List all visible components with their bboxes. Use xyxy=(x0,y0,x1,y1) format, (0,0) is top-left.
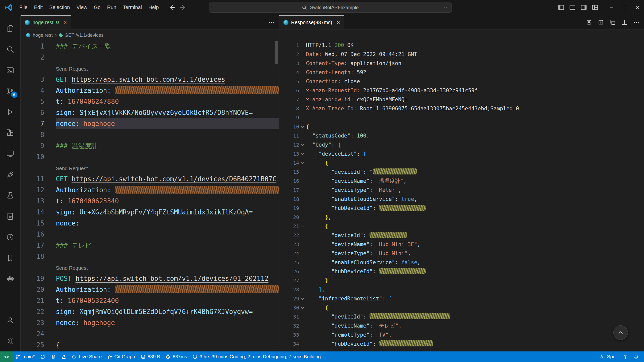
code-line[interactable]: 4Content-Length: 592 xyxy=(279,68,644,77)
code-line[interactable]: 21 { xyxy=(279,222,644,231)
forward-icon[interactable] xyxy=(179,4,186,11)
activity-search[interactable] xyxy=(0,39,21,60)
code-line[interactable]: 23nonce: hogehoge xyxy=(21,317,279,328)
code-line[interactable]: 27 } xyxy=(279,276,644,285)
code-line[interactable]: 22 "deviceId": xyxy=(279,231,644,240)
code-line[interactable]: 10{ xyxy=(279,122,644,131)
code-line[interactable]: 1HTTP/1.1 200 OK xyxy=(279,41,644,50)
code-line[interactable]: 24 xyxy=(21,328,279,339)
scroll-to-top-button[interactable] xyxy=(613,325,628,340)
activity-testing[interactable] xyxy=(0,185,21,206)
spell-checker-status[interactable]: Spell xyxy=(597,351,620,362)
code-line[interactable]: 13 "deviceList": [ xyxy=(279,149,644,158)
fold-chevron-icon[interactable] xyxy=(299,149,306,158)
fold-chevron-icon[interactable] xyxy=(299,294,306,303)
save-body-icon[interactable] xyxy=(598,19,604,25)
code-line[interactable]: 8 xyxy=(21,129,279,140)
code-line[interactable]: 31 "deviceId": xyxy=(279,312,644,321)
code-line[interactable]: 13t: 1670400623340 xyxy=(21,196,279,207)
code-line[interactable]: 1### デバイス一覧 xyxy=(21,41,279,52)
code-line[interactable]: 14sign: Uc+XGz4bSbMRvpFv/Y4qFZtSMUaim1dx… xyxy=(21,207,279,218)
code-line[interactable]: 26 "hubDeviceId": xyxy=(279,267,644,276)
activity-timeline[interactable] xyxy=(0,227,21,248)
menu-terminal[interactable]: Terminal xyxy=(119,5,145,10)
code-line[interactable]: 5t: 1670406247880 xyxy=(21,96,279,107)
activity-run-debug[interactable] xyxy=(0,102,21,122)
fold-chevron-icon[interactable] xyxy=(299,122,306,131)
code-line[interactable]: 22sign: XqmjRmVOiQdlDLm5EZdDLofqV76+rK4B… xyxy=(21,306,279,317)
code-line[interactable]: 33 "remoteType": "TV", xyxy=(279,330,644,339)
code-line[interactable]: 7x-amz-apigw-id: cxQCaFMboAMFeNQ= xyxy=(279,95,644,104)
code-line[interactable]: 19 "hubDeviceId": xyxy=(279,204,644,213)
close-tab-icon[interactable]: × xyxy=(337,19,340,26)
remote-indicator[interactable]: >< xyxy=(0,351,13,362)
code-line[interactable]: 25 "enableCloudService": false, xyxy=(279,258,644,267)
toggle-sidebar-icon[interactable] xyxy=(558,4,564,11)
code-line[interactable]: 18 "enableCloudService": true, xyxy=(279,195,644,204)
breadcrumb-symbol[interactable]: GET /v1.1/devices xyxy=(65,32,104,38)
fold-chevron-icon[interactable] xyxy=(299,222,306,231)
more-actions-icon[interactable] xyxy=(633,19,639,25)
maximize-button[interactable] xyxy=(618,0,631,15)
branch-status[interactable]: main* xyxy=(13,351,37,362)
activity-terminal[interactable] xyxy=(0,60,21,81)
activity-settings[interactable] xyxy=(0,331,21,351)
code-line[interactable]: 15nonce: xyxy=(21,218,279,229)
codelens-send-request[interactable]: Send Request xyxy=(56,66,88,72)
menu-run[interactable]: Run xyxy=(104,5,120,10)
code-line[interactable]: 2 xyxy=(21,52,279,63)
sync-status[interactable] xyxy=(37,351,48,362)
codelens-row[interactable]: Send Request xyxy=(21,262,279,273)
code-line[interactable]: 4Authorization: xyxy=(21,85,279,96)
code-line[interactable]: 15 "deviceId": " xyxy=(279,167,644,176)
code-line[interactable]: 11 "statusCode": 100, xyxy=(279,131,644,140)
minimize-button[interactable] xyxy=(605,0,618,15)
copy-response-icon[interactable] xyxy=(610,19,616,25)
code-line[interactable]: 8X-Amzn-Trace-Id: Root=1-63906075-65daa1… xyxy=(279,104,644,113)
code-line[interactable]: 3Content-Type: application/json xyxy=(279,59,644,68)
chevron-down-icon[interactable] xyxy=(443,5,448,10)
code-line[interactable]: 6sign: SjxEjvXjlVkKK/NoG8yvvyz6yeLOk8cfR… xyxy=(21,107,279,118)
back-icon[interactable] xyxy=(169,4,176,11)
code-line[interactable]: 32 "deviceName": "テレビ", xyxy=(279,321,644,330)
layers-status[interactable] xyxy=(48,351,59,362)
menu-view[interactable]: View xyxy=(73,5,91,10)
activity-source-control[interactable]: 5 xyxy=(0,81,21,102)
codelens-send-request[interactable]: Send Request xyxy=(56,265,88,271)
codelens-row[interactable]: Send Request xyxy=(21,63,279,74)
activity-bookmarks[interactable] xyxy=(0,248,21,268)
codelens-send-request[interactable]: Send Request xyxy=(56,166,88,171)
menu-go[interactable]: Go xyxy=(91,5,104,10)
code-line[interactable]: 21t: 1670405322400 xyxy=(21,295,279,306)
code-line[interactable]: 9### 温湿度計 xyxy=(21,140,279,151)
more-actions-icon[interactable] xyxy=(268,19,274,25)
menu-file[interactable]: File xyxy=(16,5,31,10)
code-line[interactable]: 5Connection: close xyxy=(279,77,644,86)
code-line[interactable]: 30 { xyxy=(279,303,644,312)
tunnel-status[interactable] xyxy=(620,351,631,362)
response-time-status[interactable]: 837ms xyxy=(163,351,190,362)
fold-chevron-icon[interactable] xyxy=(299,140,306,149)
git-graph-status[interactable]: Git Graph xyxy=(104,351,138,362)
code-line[interactable]: 16 xyxy=(21,229,279,240)
code-line[interactable]: 19POST https://api.switch-bot.com/v1.1/d… xyxy=(21,273,279,284)
code-line[interactable]: 16 "deviceName": "温湿度計", xyxy=(279,176,644,186)
menu-selection[interactable]: Selection xyxy=(46,5,73,10)
beaker-status[interactable] xyxy=(59,351,69,362)
activity-account[interactable] xyxy=(0,310,21,331)
activity-docker[interactable] xyxy=(0,268,21,289)
toggle-secondary-sidebar-icon[interactable] xyxy=(581,4,587,11)
coding-time-status[interactable]: 3 hrs 39 mins Coding, 2 mins Debugging, … xyxy=(190,351,324,362)
code-line[interactable]: 24 "deviceType": "Hub Mini", xyxy=(279,249,644,258)
tab-response[interactable]: Response(837ms) × xyxy=(279,15,344,29)
activity-output[interactable] xyxy=(0,206,21,227)
activity-explorer[interactable] xyxy=(0,18,21,39)
code-line[interactable]: 6x-amzn-RequestId: 2b1767b0-a4df-4980-a3… xyxy=(279,86,644,95)
code-line[interactable]: 17### テレビ xyxy=(21,240,279,251)
menu-help[interactable]: Help xyxy=(145,5,162,10)
activity-extensions[interactable] xyxy=(0,122,21,143)
code-line[interactable]: 12Authorization: xyxy=(21,185,279,196)
codelens-row[interactable]: Send Request xyxy=(21,162,279,173)
activity-rocket[interactable] xyxy=(0,164,21,185)
code-line[interactable]: 23 "deviceName": "Hub Mini 3E", xyxy=(279,240,644,249)
